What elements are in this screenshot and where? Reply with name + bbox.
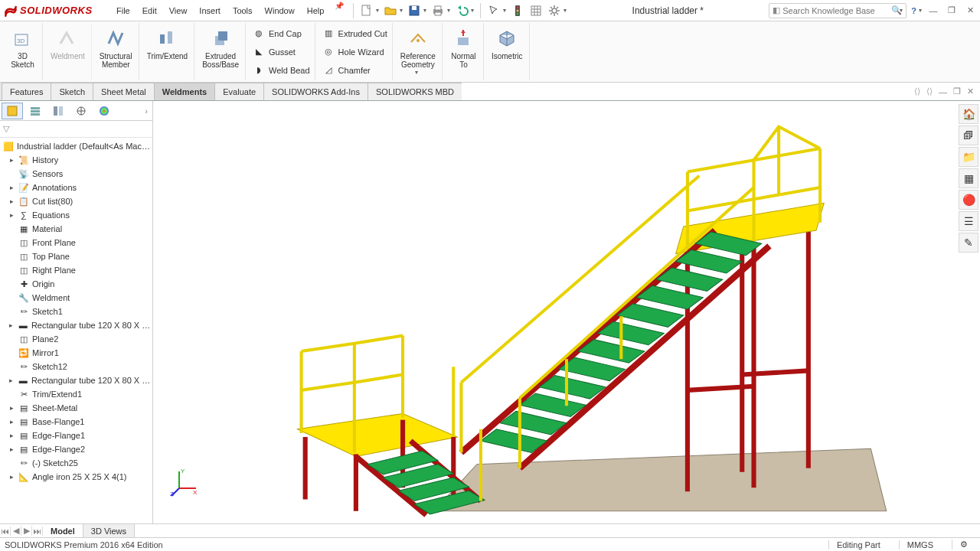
tab-nav-arrows[interactable]: ⏮◀▶⏭ [0, 524, 43, 537]
tab-sheet-metal[interactable]: Sheet Metal [93, 83, 155, 100]
cmd-trim-extend[interactable]: Trim/Extend [141, 23, 195, 80]
inner-minimize-icon[interactable]: — [939, 87, 947, 96]
tab-weldments[interactable]: Weldments [154, 83, 215, 100]
inner-close-icon[interactable]: ✕ [967, 86, 974, 96]
select-icon[interactable] [487, 4, 501, 18]
traffic-light-icon[interactable] [511, 4, 524, 18]
tree-item[interactable]: ▸▤Base-Flange1 [0, 415, 152, 429]
expand-icon[interactable]: ▸ [8, 156, 15, 164]
cmd-end-cap[interactable]: ◍End Cap [252, 24, 310, 42]
cmd-weldment[interactable]: Weldment [44, 23, 92, 80]
search-input[interactable] [782, 6, 891, 15]
feature-mgr-tab-icon[interactable] [2, 103, 23, 119]
tree-item[interactable]: ✏(-) Sketch25 [0, 456, 152, 470]
panel-expand-icon[interactable]: › [142, 106, 151, 116]
dimxpert-mgr-tab-icon[interactable] [70, 103, 92, 119]
tree-item[interactable]: ▸∑Equations [0, 208, 152, 222]
print-icon[interactable] [431, 4, 445, 18]
menu-tools[interactable]: Tools [227, 2, 259, 20]
appearances-icon[interactable]: 🔴 [959, 190, 978, 210]
expand-icon[interactable]: ▸ [8, 473, 15, 481]
inner-restore-icon[interactable]: ❐ [953, 86, 961, 96]
expand-icon[interactable]: ▸ [8, 321, 15, 329]
cmd-gusset[interactable]: ◣Gusset [252, 43, 310, 60]
next-view-icon[interactable]: ⟨⟩ [926, 86, 933, 96]
tab-evaluate[interactable]: Evaluate [214, 83, 264, 100]
tree-item[interactable]: ▸▤Edge-Flange1 [0, 429, 152, 442]
cmd-hole-wizard[interactable]: ◎Hole Wizard [322, 43, 387, 60]
tree-item[interactable]: ▸📐Angle iron 25 X 25 X 4(1) [0, 470, 152, 484]
menu-edit[interactable]: Edit [136, 2, 163, 20]
cmd-structural-member[interactable]: Structural Member [93, 23, 139, 80]
cmd-3d-sketch[interactable]: 3D 3D Sketch [3, 23, 43, 80]
tree-item[interactable]: ▸📋Cut list(80) [0, 194, 152, 208]
tree-item[interactable]: ▸📜History [0, 153, 152, 167]
tree-item[interactable]: 🔧Weldment [0, 291, 152, 305]
options-icon[interactable] [529, 4, 543, 18]
tree-item[interactable]: ▸▬Rectangular tube 120 X 80 X 8(2) [0, 373, 152, 387]
prev-view-icon[interactable]: ⟨⟩ [914, 86, 920, 96]
cmd-normal-to[interactable]: Normal To [444, 23, 484, 80]
config-mgr-tab-icon[interactable] [47, 103, 69, 119]
cmd-weld-bead[interactable]: ◗Weld Bead [252, 61, 310, 79]
settings-icon[interactable] [547, 4, 561, 18]
cmd-isometric[interactable]: Isometric [485, 23, 530, 80]
menu-view[interactable]: View [163, 2, 194, 20]
menu-insert[interactable]: Insert [193, 2, 227, 20]
tab-features[interactable]: Features [2, 83, 51, 100]
home-icon[interactable]: 🏠 [959, 104, 978, 124]
file-explorer-icon[interactable]: ▦ [959, 168, 978, 188]
tree-item[interactable]: ▸▤Edge-Flange2 [0, 442, 152, 456]
cmd-chamfer[interactable]: ◿Chamfer [322, 61, 387, 79]
tree-item[interactable]: ▸▬Rectangular tube 120 X 80 X 8(1) [0, 318, 152, 332]
new-icon[interactable] [360, 4, 374, 18]
display-mgr-tab-icon[interactable] [93, 103, 115, 119]
tree-item[interactable]: ◫Plane2 [0, 332, 152, 346]
expand-icon[interactable]: ▸ [8, 418, 15, 425]
bottom-tab-3dviews[interactable]: 3D Views [83, 524, 135, 537]
cmd-extruded-boss[interactable]: Extruded Boss/Base [196, 23, 246, 80]
tree-item[interactable]: ▦Material [0, 222, 152, 236]
menu-help[interactable]: Help [301, 2, 331, 20]
tree-item[interactable]: ◫Top Plane [0, 249, 152, 263]
expand-icon[interactable]: ▸ [8, 377, 15, 384]
close-icon[interactable]: ✕ [963, 4, 977, 18]
tree-item[interactable]: ✏Sketch12 [0, 360, 152, 373]
restore-icon[interactable]: ❐ [945, 4, 959, 18]
expand-icon[interactable]: ▸ [8, 197, 15, 205]
filter-bar[interactable]: ▽ [0, 121, 152, 138]
property-mgr-tab-icon[interactable] [24, 103, 46, 119]
tree-item[interactable]: ✏Sketch1 [0, 305, 152, 318]
pin-icon[interactable]: 📌 [335, 2, 344, 20]
save-icon[interactable] [407, 4, 421, 18]
minimize-icon[interactable]: — [926, 4, 940, 18]
resources-icon[interactable]: 🗊 [959, 126, 978, 145]
undo-icon[interactable] [455, 4, 469, 18]
expand-icon[interactable]: ▸ [8, 445, 15, 453]
feature-tree[interactable]: 🟨 Industrial ladder (Default<As Machined… [0, 138, 152, 523]
tab-mbd[interactable]: SOLIDWORKS MBD [368, 83, 462, 100]
graphics-viewport[interactable]: Y X Z 🏠 🗊 📁 ▦ 🔴 ☰ ✎ [153, 101, 980, 523]
tab-sketch[interactable]: Sketch [51, 83, 93, 100]
tree-item[interactable]: ◫Front Plane [0, 236, 152, 249]
design-library-icon[interactable]: 📁 [959, 147, 978, 167]
expand-icon[interactable]: ▸ [8, 211, 15, 219]
status-gear-icon[interactable]: ⚙ [952, 540, 975, 549]
tree-item[interactable]: ◫Right Plane [0, 263, 152, 277]
tab-addins[interactable]: SOLIDWORKS Add-Ins [263, 83, 368, 100]
help-icon[interactable]: ? [911, 6, 916, 15]
tree-item[interactable]: ▸📝Annotations [0, 181, 152, 194]
tree-root[interactable]: 🟨 Industrial ladder (Default<As Machined… [0, 139, 152, 153]
cmd-reference-geometry[interactable]: Reference Geometry ▾ [394, 23, 443, 80]
tree-item[interactable]: ▸▤Sheet-Metal [0, 401, 152, 415]
expand-icon[interactable]: ▸ [8, 404, 15, 412]
chevron-down-icon[interactable]: ▾ [415, 69, 418, 76]
tree-item[interactable]: 📡Sensors [0, 167, 152, 181]
bottom-tab-model[interactable]: Model [43, 524, 83, 537]
menu-file[interactable]: File [110, 2, 136, 20]
expand-icon[interactable]: ▸ [8, 184, 15, 191]
cmd-extruded-cut[interactable]: ▥Extruded Cut [322, 24, 387, 42]
search-box[interactable]: ◧ 🔍▾ [769, 3, 906, 18]
custom-props-icon[interactable]: ☰ [959, 211, 978, 231]
tree-item[interactable]: ✚Origin [0, 277, 152, 291]
